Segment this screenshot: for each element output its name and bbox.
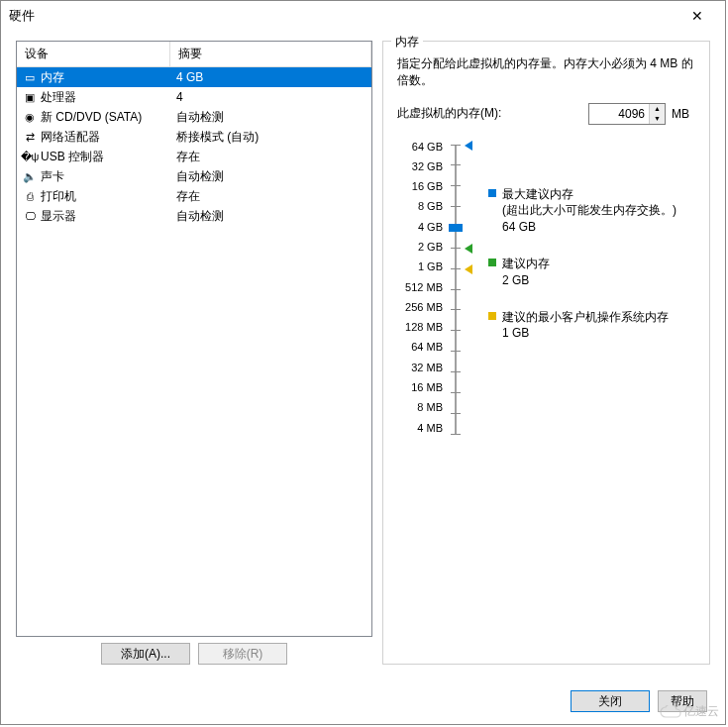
legend-max-title: 最大建议内存 [502,187,573,201]
device-summary: 桥接模式 (自动) [170,129,371,146]
spinner-down-icon[interactable]: ▼ [650,114,665,124]
sound-icon: 🔈 [23,169,37,183]
tick-label: 64 GB [412,141,443,156]
memory-panel: 内存 指定分配给此虚拟机的内存量。内存大小必须为 4 MB 的倍数。 此虚拟机的… [382,41,710,665]
legend-min-value: 1 GB [502,326,529,340]
printer-icon: ⎙ [23,189,37,203]
hardware-dialog: 硬件 ✕ 设备 摘要 ▭内存4 GB▣处理器4◉新 CD/DVD (SATA)自… [0,0,726,725]
tick-label: 256 MB [405,301,443,317]
spinner-up-icon[interactable]: ▲ [650,104,665,114]
table-row[interactable]: ⇄网络适配器桥接模式 (自动) [17,127,371,147]
add-button[interactable]: 添加(A)... [101,643,190,665]
legend-min-title: 建议的最小客户机操作系统内存 [502,310,669,324]
tick-label: 1 GB [418,260,443,276]
device-panel: 设备 摘要 ▭内存4 GB▣处理器4◉新 CD/DVD (SATA)自动检测⇄网… [16,41,372,665]
device-summary: 4 [170,90,371,104]
table-row[interactable]: ▣处理器4 [17,87,371,107]
col-header-device[interactable]: 设备 [17,42,170,66]
device-summary: 存在 [170,188,371,205]
device-name: 内存 [41,69,64,86]
tick-label: 128 MB [405,321,443,337]
tick-label: 2 GB [418,241,443,257]
tick-label: 8 GB [418,200,443,216]
device-buttons: 添加(A)... 移除(R) [16,643,372,665]
tick-label: 32 MB [411,362,443,377]
table-row[interactable]: ⎙打印机存在 [17,186,371,206]
table-row[interactable]: 🖵显示器自动检测 [17,206,371,226]
slider-thumb-icon[interactable] [449,224,463,232]
col-header-summary[interactable]: 摘要 [170,42,371,66]
tick-label: 64 MB [411,341,443,357]
device-name: 新 CD/DVD (SATA) [41,109,142,126]
table-row[interactable]: �ψUSB 控制器存在 [17,147,371,166]
dialog-footer: 关闭 帮助 [571,690,707,712]
legend-rec-value: 2 GB [502,273,529,287]
legend-max-value: 64 GB [502,220,536,234]
legend-rec-title: 建议内存 [502,257,550,270]
memory-spinner[interactable]: ▲ ▼ [588,103,666,125]
tick-label: 16 GB [412,180,443,196]
remove-button: 移除(R) [198,643,287,665]
device-name: 网络适配器 [41,129,100,146]
device-summary: 自动检测 [170,168,371,185]
device-name: USB 控制器 [41,149,104,165]
memory-field-label: 此虚拟机的内存(M): [397,105,501,122]
tick-label: 4 GB [418,221,443,237]
pointer-max-icon [465,141,472,151]
memory-slider[interactable] [447,141,465,438]
slider-pointers [465,141,478,438]
memory-unit: MB [672,107,695,121]
titlebar: 硬件 ✕ [1,1,725,31]
tick-label: 32 GB [412,160,443,176]
device-summary: 4 GB [170,70,371,84]
device-name: 打印机 [41,188,76,205]
legend-rec-color-icon [488,259,496,266]
memory-legend: 最大建议内存 (超出此大小可能发生内存交换。) 64 GB 建议内存 2 GB … [478,141,695,438]
device-name: 声卡 [41,168,64,185]
group-title: 内存 [391,34,423,51]
slider-ticks: 64 GB32 GB16 GB8 GB4 GB2 GB1 GB512 MB256… [397,141,447,438]
close-icon[interactable]: ✕ [677,8,717,24]
table-row[interactable]: ◉新 CD/DVD (SATA)自动检测 [17,107,371,127]
dialog-title: 硬件 [9,7,677,25]
legend-min-color-icon [488,312,496,320]
usb-icon: �ψ [23,150,37,163]
device-list: 设备 摘要 ▭内存4 GB▣处理器4◉新 CD/DVD (SATA)自动检测⇄网… [16,41,372,637]
device-summary: 自动检测 [170,109,371,126]
cpu-icon: ▣ [23,90,37,104]
help-button[interactable]: 帮助 [658,690,707,712]
device-name: 处理器 [41,89,76,106]
table-row[interactable]: ▭内存4 GB [17,67,371,87]
memory-description: 指定分配给此虚拟机的内存量。内存大小必须为 4 MB 的倍数。 [397,55,695,89]
pointer-min-icon [465,264,472,274]
tick-label: 16 MB [411,381,443,397]
list-header: 设备 摘要 [17,42,371,67]
nic-icon: ⇄ [23,130,37,144]
display-icon: 🖵 [23,209,37,223]
legend-max-note: (超出此大小可能发生内存交换。) [502,203,676,217]
device-name: 显示器 [41,208,76,225]
table-row[interactable]: 🔈声卡自动检测 [17,166,371,186]
cd-icon: ◉ [23,110,37,124]
memory-icon: ▭ [23,70,37,84]
tick-label: 8 MB [417,401,443,417]
device-summary: 存在 [170,149,371,165]
close-button[interactable]: 关闭 [571,690,650,712]
tick-label: 512 MB [405,281,443,297]
legend-max-color-icon [488,189,496,197]
memory-input[interactable] [589,104,649,124]
tick-label: 4 MB [417,422,443,438]
pointer-rec-icon [465,244,472,254]
device-summary: 自动检测 [170,208,371,225]
